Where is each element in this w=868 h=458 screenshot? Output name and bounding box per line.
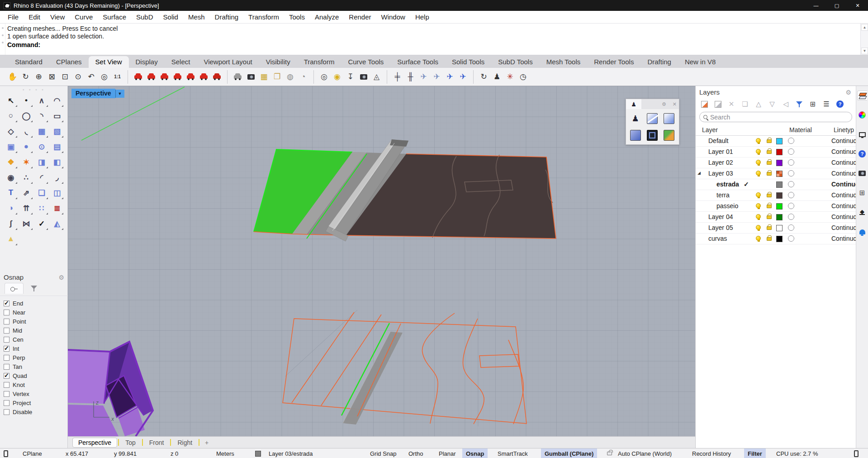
arc-tool[interactable]: ◝ <box>34 108 49 124</box>
menu-transform[interactable]: Transform <box>243 11 284 24</box>
set-view-target-icon[interactable]: ◎ <box>318 71 330 83</box>
trim-tool[interactable]: ◨ <box>34 154 49 170</box>
toolbar-tab-viewport-layout[interactable]: Viewport Layout <box>197 56 259 68</box>
status-panel-icon[interactable] <box>854 448 859 458</box>
filter-icon[interactable] <box>795 100 804 109</box>
osnap-filter-tab[interactable] <box>24 283 43 294</box>
layer-color-swatch[interactable] <box>776 149 783 155</box>
layer-lock-icon[interactable] <box>767 161 772 165</box>
toolbar-tab-cplanes[interactable]: CPlanes <box>49 56 89 68</box>
checkbox[interactable] <box>4 391 9 397</box>
layer-color-swatch[interactable] <box>776 192 783 199</box>
osnap-item-point[interactable]: Point <box>4 317 68 326</box>
palette-drag-handle[interactable]: ∘ ∘ ∘ ∘ <box>0 86 67 93</box>
select-tool[interactable]: ↖ <box>3 93 19 108</box>
layer-row-layer-04[interactable]: Layer 04Continuous <box>696 212 856 223</box>
toolbar-tab-visibility[interactable]: Visibility <box>259 56 297 68</box>
pane-cplane[interactable]: CPlane <box>23 448 42 458</box>
isometric-ne-icon[interactable]: ✈ <box>417 71 430 83</box>
rectangle-tool[interactable]: ▭ <box>49 108 65 124</box>
layer-row-layer-03[interactable]: ◢Layer 03Continuous <box>696 168 856 179</box>
menu-view[interactable]: View <box>45 11 70 24</box>
table-view-icon[interactable]: ⊞ <box>808 100 817 109</box>
viewport-canvas[interactable]: z x <box>68 86 695 436</box>
close-button[interactable]: ✕ <box>847 0 868 11</box>
help-panel-tab[interactable]: ? <box>857 149 867 159</box>
osnap-item-disable[interactable]: Disable <box>4 407 68 416</box>
viewport-tab-right[interactable]: Right <box>172 438 198 447</box>
layer-lock-icon[interactable] <box>767 172 772 176</box>
toolbar-tab-curve-tools[interactable]: Curve Tools <box>341 56 390 68</box>
text-tool[interactable]: T <box>3 185 19 200</box>
layer-linetype[interactable]: Continuous <box>831 224 856 231</box>
set-view-front-icon[interactable] <box>185 71 197 83</box>
expand-icon[interactable]: ◢ <box>697 171 701 175</box>
menu-drafting[interactable]: Drafting <box>210 11 244 24</box>
viewport-tab-perspective[interactable]: Perspective <box>72 438 117 448</box>
layers-search-input[interactable] <box>710 114 848 121</box>
mirror-tool[interactable]: ◫ <box>49 185 65 200</box>
coord-z[interactable]: z 0 <box>171 448 178 458</box>
layer-visibility-icon[interactable] <box>756 138 761 143</box>
toolbar-tab-subd-tools[interactable]: SubD Tools <box>491 56 539 68</box>
layer-material-icon[interactable] <box>788 138 794 144</box>
floating-close-icon[interactable]: ✕ <box>670 101 679 107</box>
menu-subd[interactable]: SubD <box>131 11 158 24</box>
layer-name[interactable]: Layer 01 <box>708 148 733 155</box>
viewport-title-dropdown-icon[interactable]: ▼ <box>115 90 124 98</box>
help-icon[interactable]: ? <box>835 100 844 109</box>
layer-material-icon[interactable] <box>788 181 794 187</box>
osnap-item-vertex[interactable]: Vertex <box>4 389 68 398</box>
layers-panel-tab[interactable] <box>857 91 867 100</box>
layer-color-swatch[interactable] <box>776 214 783 220</box>
check-selection-tool[interactable]: ✓ <box>34 216 49 231</box>
curved-surface-tool[interactable]: ▧ <box>49 124 65 139</box>
walk-mode-icon[interactable]: ♟ <box>491 71 503 83</box>
toolbar-tab-standard[interactable]: Standard <box>8 56 49 68</box>
layer-color-swatch[interactable] <box>776 236 783 242</box>
pan-view-icon[interactable]: ✋ <box>6 71 19 83</box>
osnap-item-project[interactable]: Project <box>4 398 68 407</box>
set-view-right-icon[interactable] <box>171 71 184 83</box>
checkbox[interactable]: ✓ <box>4 346 9 352</box>
layer-color-swatch[interactable] <box>776 203 783 210</box>
paint-pyramid-tool[interactable]: ▲ <box>3 231 19 247</box>
toolbar-tab-mesh-tools[interactable]: Mesh Tools <box>540 56 588 68</box>
polyline-tool[interactable]: ∧ <box>34 93 49 108</box>
turntable-360-icon[interactable]: ↻ <box>478 71 490 83</box>
new-sublayer-icon[interactable] <box>713 100 722 109</box>
toolbar-tab-render-tools[interactable]: Render Tools <box>587 56 640 68</box>
layer-material-icon[interactable] <box>788 214 794 220</box>
primitives-tool[interactable]: ◭ <box>49 216 65 231</box>
layer-visibility-icon[interactable] <box>756 203 761 208</box>
circle-tool[interactable]: ○ <box>3 108 19 124</box>
layer-linetype[interactable]: Continuous <box>831 191 856 199</box>
deform-tool[interactable]: ⋈ <box>19 216 34 231</box>
toolbar-tab-surface-tools[interactable]: Surface Tools <box>390 56 445 68</box>
layer-linetype[interactable]: Continuous <box>831 213 856 220</box>
layer-row-layer-02[interactable]: Layer 02Continuous <box>696 157 856 168</box>
auto-cplane[interactable]: Auto CPlane (World) <box>618 448 672 458</box>
menu-help[interactable]: Help <box>410 11 434 24</box>
layer-name[interactable]: Layer 04 <box>708 213 733 220</box>
layer-visibility-icon[interactable] <box>756 236 761 241</box>
viewport-layout-icon[interactable]: ❐ <box>271 71 283 83</box>
osnap-gear-icon[interactable]: ⚙ <box>58 274 64 281</box>
toolbar-tab-select[interactable]: Select <box>165 56 197 68</box>
viewport[interactable]: z x Perspective ▼ ♟ ⚙ ✕ ♟ <box>68 86 695 436</box>
layer-color-swatch[interactable] <box>776 171 783 177</box>
osnap-item-quad[interactable]: ✓Quad <box>4 371 68 380</box>
toolbar-tab-set-view[interactable]: Set View <box>89 56 129 68</box>
layer-material-icon[interactable] <box>788 224 794 231</box>
viewport-tab-top[interactable]: Top <box>120 438 141 447</box>
isolate-object-icon[interactable] <box>628 128 643 143</box>
layers-search[interactable] <box>699 112 852 122</box>
undo-view-icon[interactable]: ↶ <box>85 71 97 83</box>
coord-x[interactable]: x 65.417 <box>66 448 88 458</box>
osnap-item-cen[interactable]: Cen <box>4 335 68 344</box>
boolean-tool[interactable]: ◑ <box>3 200 19 216</box>
layer-color-swatch[interactable] <box>776 138 783 144</box>
explode-tool[interactable]: ❖ <box>3 154 19 170</box>
layer-row-default[interactable]: DefaultContinuous <box>696 136 856 147</box>
toggle-smarttrack[interactable]: SmartTrack <box>498 448 528 458</box>
